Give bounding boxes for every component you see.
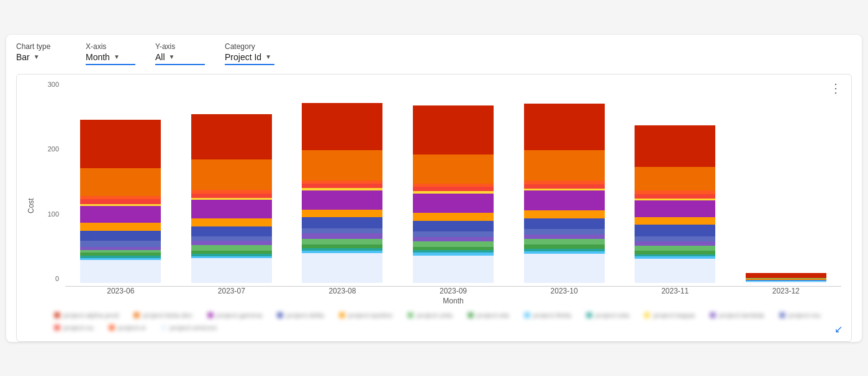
- legend-item: project-nu: [54, 324, 94, 331]
- x-axis-title: Month: [65, 297, 841, 305]
- stacked-bar-2023-12: [746, 272, 826, 282]
- y-axis-chevron: ▼: [169, 53, 175, 60]
- bar-segment: [635, 167, 715, 191]
- bar-segment: [302, 184, 382, 188]
- legend-color-swatch: [407, 312, 414, 318]
- legend-label: project-xi: [118, 324, 146, 331]
- y-axis-select[interactable]: All ▼: [155, 52, 205, 65]
- bar-segment: [302, 103, 382, 151]
- expand-icon[interactable]: ↙: [834, 323, 843, 335]
- bars-container: [38, 84, 841, 283]
- bar-segment: [635, 225, 715, 236]
- bar-segment: [302, 253, 382, 282]
- x-axis-label: X-axis: [86, 42, 135, 51]
- legend-label: project-delta: [286, 311, 324, 319]
- bar-segment: [746, 273, 826, 277]
- legend-label: project-theta: [533, 311, 571, 319]
- bar-segment: [635, 259, 715, 283]
- bar-segment: [302, 233, 382, 239]
- x-axis-line: [65, 286, 841, 287]
- bar-segment: [635, 241, 715, 246]
- category-group: Category Project Id ▼: [225, 42, 274, 65]
- bar-group-2023-06: [65, 84, 176, 283]
- controls-bar: Chart type Bar ▼ X-axis Month ▼ Y-axis A…: [16, 42, 852, 70]
- chart-area: Cost 300 200 100 0 2023-062023-072023-0: [27, 84, 841, 305]
- bar-segment: [80, 120, 161, 168]
- bar-group-2023-10: [509, 84, 620, 283]
- bar-segment: [413, 221, 494, 232]
- x-label-2023-10: 2023-10: [509, 287, 620, 295]
- legend-item: project-lambda: [710, 311, 764, 319]
- legend-label: project-gamma: [217, 311, 262, 319]
- legend-item: project-omicron: [161, 324, 217, 331]
- legend-item: project-beta-dev: [133, 311, 192, 319]
- bar-segment: [746, 282, 826, 283]
- legend-color-swatch: [468, 312, 474, 318]
- legend-color-swatch: [644, 312, 650, 318]
- chart-type-chevron: ▼: [34, 53, 40, 60]
- legend-item: project-gamma: [207, 311, 262, 319]
- bar-group-2023-11: [620, 84, 731, 283]
- bar-segment: [524, 210, 605, 218]
- y-axis-title: Cost: [27, 107, 35, 305]
- legend-item: project-eta: [468, 311, 509, 319]
- category-select[interactable]: Project Id ▼: [225, 52, 274, 65]
- legend-label: project-mu: [789, 311, 821, 319]
- bar-segment: [80, 206, 161, 223]
- bar-segment: [524, 218, 605, 230]
- bar-segment: [191, 218, 272, 226]
- bar-group-2023-12: [730, 84, 841, 283]
- bar-segment: [635, 246, 715, 251]
- legend-item: project-alpha-prod: [54, 311, 119, 319]
- bar-segment: [191, 258, 272, 282]
- bar-segment: [413, 187, 494, 191]
- x-labels: 2023-062023-072023-082023-092023-102023-…: [38, 287, 841, 295]
- bar-segment: [80, 223, 161, 231]
- bar-segment: [191, 226, 272, 236]
- chart-type-select[interactable]: Bar ▼: [16, 52, 66, 65]
- bar-segment: [191, 245, 272, 251]
- legend-color-swatch: [779, 312, 785, 318]
- legend-label: project-omicron: [170, 324, 217, 331]
- bar-segment: [635, 194, 715, 199]
- chart-inner: 300 200 100 0 2023-062023-072023-082023-…: [38, 84, 841, 305]
- stacked-bar-2023-07: [191, 114, 272, 283]
- bar-segment: [524, 190, 605, 210]
- chart-type-label: Chart type: [16, 42, 66, 51]
- legend-color-swatch: [207, 312, 214, 318]
- bar-segment: [413, 241, 494, 247]
- legend-label: project-eta: [477, 311, 509, 319]
- x-label-2023-06: 2023-06: [65, 287, 176, 295]
- bar-segment: [80, 199, 161, 204]
- bar-segment: [524, 104, 605, 150]
- legend-label: project-alpha-prod: [63, 311, 119, 319]
- bar-segment: [524, 184, 605, 189]
- bar-group-2023-08: [287, 84, 398, 283]
- bar-segment: [191, 241, 272, 245]
- bar-segment: [413, 256, 494, 283]
- bar-segment: [635, 125, 715, 167]
- legend-color-swatch: [109, 325, 115, 331]
- x-axis-value: Month: [86, 52, 110, 62]
- legend-color-swatch: [161, 325, 167, 331]
- category-label: Category: [225, 42, 274, 51]
- category-value: Project Id: [225, 52, 261, 62]
- bar-segment: [80, 168, 161, 196]
- x-axis-select[interactable]: Month ▼: [86, 52, 135, 65]
- chart-type-value: Bar: [16, 52, 30, 62]
- legend-color-swatch: [277, 312, 283, 318]
- bar-segment: [80, 241, 161, 246]
- bar-group-2023-07: [176, 84, 287, 283]
- bar-segment: [413, 105, 494, 154]
- bar-segment: [191, 114, 272, 159]
- legend-label: project-epsilon: [348, 311, 393, 319]
- stacked-bar-2023-09: [413, 105, 494, 282]
- y-axis-label: Y-axis: [155, 42, 205, 51]
- bar-segment: [413, 213, 494, 220]
- legend-item: project-iota: [586, 311, 629, 319]
- bar-segment: [80, 260, 161, 282]
- bar-segment: [302, 217, 382, 228]
- x-label-2023-11: 2023-11: [620, 287, 731, 295]
- legend-label: project-kappa: [653, 311, 695, 319]
- bar-segment: [413, 154, 494, 184]
